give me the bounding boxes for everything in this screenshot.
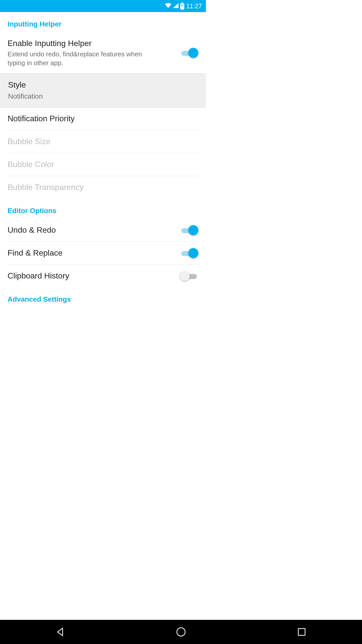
toggle-clipboard-history[interactable]: [180, 271, 198, 281]
row-value: Notification: [8, 92, 149, 101]
row-bubble-transparency: Bubble Transparency: [8, 176, 198, 199]
settings-screen: Inputting Helper Enable Inputting Helper…: [0, 12, 206, 342]
status-time: 11:27: [186, 2, 202, 10]
row-find-replace[interactable]: Find & Replace: [8, 242, 198, 264]
row-notification-priority[interactable]: Notification Priority: [8, 107, 198, 130]
section-header-editor: Editor Options: [8, 199, 198, 219]
toggle-find-replace[interactable]: [180, 248, 198, 258]
row-title: Notification Priority: [8, 113, 198, 124]
row-enable-inputting[interactable]: Enable Inputting Helper Extend undo redo…: [8, 32, 198, 73]
row-title: Bubble Size: [8, 136, 198, 147]
row-title: Find & Replace: [8, 248, 180, 258]
row-title: Undo & Redo: [8, 225, 180, 235]
section-header-advanced: Advanced Settings: [8, 287, 198, 307]
wifi-icon: [165, 3, 171, 9]
battery-icon: 98: [180, 3, 185, 10]
row-bubble-size: Bubble Size: [8, 130, 198, 153]
row-style[interactable]: Style Notification: [0, 73, 206, 107]
status-bar: 98 11:27: [0, 0, 206, 12]
row-title: Clipboard History: [8, 271, 180, 281]
toggle-enable-inputting[interactable]: [180, 48, 198, 58]
row-title: Enable Inputting Helper: [8, 38, 180, 49]
toggle-undo-redo[interactable]: [180, 225, 198, 235]
row-bubble-color: Bubble Color: [8, 153, 198, 176]
section-header-inputting: Inputting Helper: [8, 12, 198, 32]
row-title: Style: [8, 80, 198, 90]
signal-icon: [173, 3, 178, 9]
row-subtitle: Extend undo redo, find&replace features …: [8, 50, 148, 67]
row-undo-redo[interactable]: Undo & Redo: [8, 219, 198, 242]
row-title: Bubble Color: [8, 159, 198, 170]
row-title: Bubble Transparency: [8, 182, 198, 193]
row-clipboard-history[interactable]: Clipboard History: [8, 265, 198, 287]
